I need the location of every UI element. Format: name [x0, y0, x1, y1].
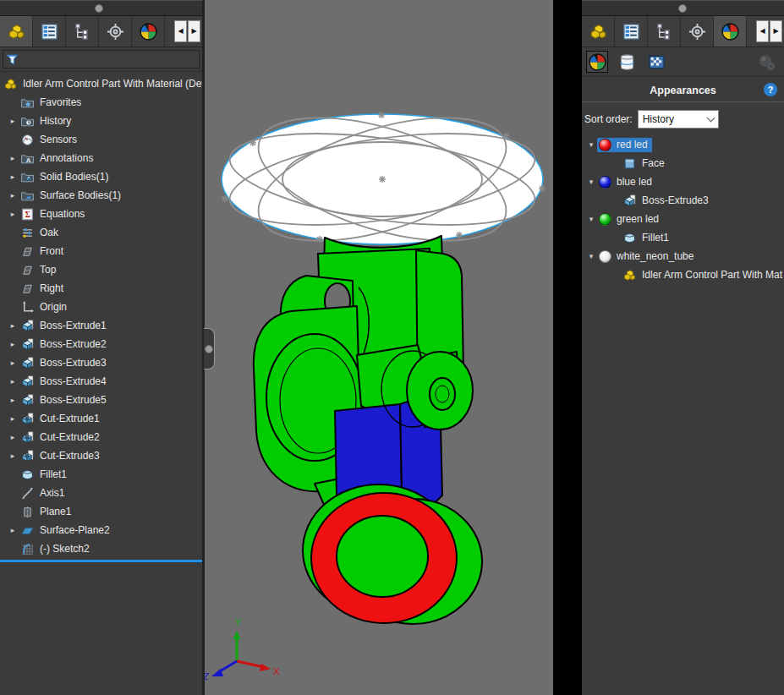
tab-dimxpertmanager[interactable] — [99, 16, 132, 47]
expand-arrow-icon[interactable]: ▸ — [7, 321, 19, 330]
tab-displaymanager[interactable] — [714, 16, 747, 47]
tree-item[interactable]: ▸Cut-Extrude2 — [0, 428, 202, 446]
tab-displaymanager[interactable] — [132, 16, 165, 47]
tab-scroll-arrows: ◀▶ — [756, 16, 784, 47]
tree-item[interactable]: Idler Arm Control Part With Mat — [582, 265, 784, 284]
scenes-button[interactable] — [616, 51, 638, 73]
filter-row — [0, 47, 202, 72]
expand-arrow-icon[interactable]: ▾ — [585, 178, 597, 186]
expand-arrow-icon[interactable]: ▸ — [7, 117, 19, 125]
props-icon — [622, 22, 641, 41]
extrude-icon — [20, 356, 35, 370]
expand-arrow-icon[interactable]: ▸ — [7, 414, 19, 423]
tree-item[interactable]: ▾white_neon_tube — [582, 247, 784, 265]
tree-item[interactable]: Plane1 — [0, 502, 202, 521]
sphere-white-icon — [599, 250, 611, 263]
tabs-scroll-left-button[interactable]: ◀ — [174, 20, 187, 42]
tree-item[interactable]: Top — [0, 260, 202, 279]
appearances-title: Appearances — [650, 85, 716, 96]
appearances-header: Appearances ? — [582, 79, 784, 102]
expand-arrow-icon[interactable]: ▾ — [585, 140, 597, 149]
tree-item[interactable]: ▸Boss-Extrude2 — [0, 335, 202, 353]
cut-extrude-icon — [20, 430, 35, 445]
tree-item[interactable]: ▸ΣEquations — [0, 205, 202, 223]
triad-y-label: Y — [235, 617, 242, 627]
tree-item[interactable]: Axis1 — [0, 484, 202, 502]
expand-arrow-icon[interactable]: ▸ — [7, 377, 19, 386]
tab-featuremanager[interactable] — [0, 16, 33, 47]
tab-propertymanager[interactable] — [615, 16, 648, 47]
tree-item[interactable]: Right — [0, 279, 202, 298]
tree-item[interactable]: ▸Surface Bodies(1) — [0, 186, 202, 205]
expand-arrow-icon[interactable]: ▸ — [7, 526, 19, 534]
svg-text:Σ: Σ — [25, 210, 30, 219]
tree-item[interactable]: ▸Cut-Extrude3 — [0, 446, 202, 465]
panel-top-strip — [0, 0, 202, 16]
tree-item[interactable]: ▸Boss-Extrude5 — [0, 391, 202, 409]
tabs-scroll-right-button[interactable]: ▶ — [188, 20, 200, 42]
tree-item[interactable]: ▸Boss-Extrude4 — [0, 372, 202, 391]
tree-item[interactable]: ▸Solid Bodies(1) — [0, 167, 202, 186]
sort-order-label: Sort order: — [584, 113, 633, 125]
panel-grip-icon[interactable] — [678, 4, 687, 13]
manager-tab-bar: ◀▶ — [582, 16, 784, 47]
expand-arrow-icon[interactable]: ▸ — [7, 433, 19, 441]
tree-item[interactable]: Front — [0, 242, 202, 260]
tabs-scroll-right-button[interactable]: ▶ — [770, 20, 782, 42]
graphics-viewport[interactable]: Y X Z — [205, 0, 553, 695]
tree-item[interactable]: (-) Sketch2 — [0, 539, 202, 558]
tab-scroll-arrows: ◀▶ — [174, 16, 202, 47]
tree-item[interactable]: Oak — [0, 223, 202, 242]
rollback-bar[interactable] — [0, 560, 202, 562]
model-view: Y X Z — [205, 0, 553, 695]
feature-tree-filter-input[interactable] — [3, 50, 200, 68]
collapse-grip-icon — [205, 345, 213, 353]
tree-item[interactable]: ▸Cut-Extrude1 — [0, 409, 202, 428]
tree-item[interactable]: ▾blue led — [582, 172, 784, 191]
tab-configurationmanager[interactable] — [66, 16, 99, 47]
tree-item[interactable]: Boss-Extrude3 — [582, 191, 784, 210]
expand-arrow-icon[interactable]: ▸ — [7, 154, 19, 162]
tree-item[interactable]: ▸Boss-Extrude1 — [0, 316, 202, 335]
tree-item[interactable]: ▾red led — [582, 135, 784, 154]
tabs-scroll-left-button[interactable]: ◀ — [756, 20, 769, 42]
tree-item[interactable]: ▸AAnnotations — [0, 149, 202, 167]
tree-item[interactable]: Fillet1 — [582, 228, 784, 247]
tree-item[interactable]: ▸Boss-Extrude3 — [0, 353, 202, 372]
props-icon — [40, 22, 59, 41]
expand-arrow-icon[interactable]: ▸ — [7, 358, 19, 367]
expand-arrow-icon[interactable]: ▾ — [585, 252, 597, 260]
expand-arrow-icon[interactable]: ▸ — [7, 191, 19, 200]
tree-item[interactable]: Favorites — [0, 93, 202, 112]
plane-icon — [20, 244, 35, 259]
panel-collapse-handle[interactable] — [204, 328, 215, 369]
tree-item[interactable]: ▾green led — [582, 210, 784, 228]
tab-configurationmanager[interactable] — [648, 16, 681, 47]
decals-button[interactable] — [645, 51, 667, 73]
tree-item[interactable]: Sensors — [0, 130, 202, 149]
expand-arrow-icon[interactable]: ▸ — [7, 210, 19, 218]
panel-grip-icon[interactable] — [95, 4, 103, 13]
sort-order-select[interactable]: History — [638, 110, 719, 129]
surface-bodies-icon — [20, 189, 35, 203]
part-icon — [3, 77, 18, 91]
help-icon[interactable]: ? — [764, 83, 777, 96]
cut-extrude-icon — [20, 449, 35, 463]
tab-dimxpertmanager[interactable] — [681, 16, 714, 47]
expand-arrow-icon[interactable]: ▸ — [7, 396, 19, 404]
tree-item[interactable]: ▸History — [0, 112, 202, 130]
tab-propertymanager[interactable] — [33, 16, 66, 47]
tree-item[interactable]: Idler Arm Control Part With Material (De… — [0, 74, 202, 93]
expand-arrow-icon[interactable]: ▸ — [7, 451, 19, 460]
tab-featuremanager[interactable] — [582, 16, 615, 47]
expand-arrow-icon[interactable]: ▸ — [7, 340, 19, 348]
tree-item[interactable]: Origin — [0, 298, 202, 316]
tree-item[interactable]: Face — [582, 154, 784, 172]
appearances-button[interactable] — [586, 51, 608, 73]
sort-order-row: Sort order: History — [584, 109, 784, 129]
expand-arrow-icon[interactable]: ▸ — [7, 172, 19, 181]
expand-arrow-icon[interactable]: ▾ — [585, 215, 597, 223]
tree-item[interactable]: ▸Surface-Plane2 — [0, 521, 202, 539]
tree-item[interactable]: Fillet1 — [0, 465, 202, 484]
config-icon — [655, 22, 674, 41]
